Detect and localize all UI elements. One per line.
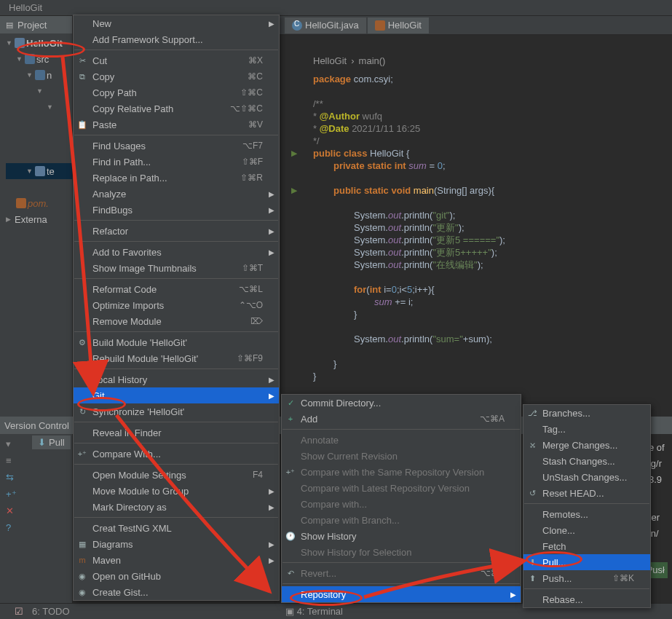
diagram-icon: ▦ xyxy=(76,538,88,550)
expand-icon[interactable]: ⇆ xyxy=(6,472,23,483)
menu-annotate[interactable]: Annotate xyxy=(282,432,521,448)
github-icon: ◉ xyxy=(76,586,88,598)
collapse-icon[interactable]: ≡ xyxy=(6,455,23,466)
menu-compare-with[interactable]: Compare with... xyxy=(282,496,521,512)
menu-maven[interactable]: mMaven▶ xyxy=(74,552,279,568)
context-menu-git: ✓Commit Directory... +Add⌥⌘A Annotate Sh… xyxy=(281,394,521,603)
tree-node[interactable]: ▼ xyxy=(6,99,72,115)
menu-build-module[interactable]: ⚙Build Module 'HelloGit' xyxy=(74,334,279,350)
menu-show-thumbnails[interactable]: Show Image Thumbnails⇧⌘T xyxy=(74,260,279,276)
sidebar-tab-project[interactable]: ▤ Project xyxy=(0,16,72,33)
menu-compare-latest[interactable]: Compare with Latest Repository Version xyxy=(282,480,521,496)
menu-tag[interactable]: Tag... xyxy=(523,421,650,437)
menu-local-history[interactable]: Local History▶ xyxy=(74,371,279,387)
menu-add-framework[interactable]: Add Framework Support... xyxy=(74,31,279,47)
diff-icon[interactable]: +⁺ xyxy=(6,489,23,500)
menu-copy[interactable]: ⧉Copy⌘C xyxy=(74,68,279,84)
editor-tab-2[interactable]: HelloGit xyxy=(368,17,429,33)
menu-open-github[interactable]: ◉Open on GitHub xyxy=(74,568,279,584)
tree-root[interactable]: ▼HelloGit xyxy=(6,35,72,51)
menu-reveal-finder[interactable]: Reveal in Finder xyxy=(74,425,279,441)
sidebar-tab-label: Project xyxy=(17,20,47,31)
push-icon: ⬆ xyxy=(526,572,538,584)
context-menu-main: New▶ Add Framework Support... ✂Cut⌘X ⧉Co… xyxy=(73,15,280,601)
menu-compare-same-repo[interactable]: +⁺Compare with the Same Repository Versi… xyxy=(282,464,521,480)
status-terminal[interactable]: Terminal xyxy=(307,606,343,617)
tree-node[interactable]: ▼ xyxy=(6,83,72,99)
filter-icon[interactable]: ▾ xyxy=(6,438,23,449)
cut-icon: ✂ xyxy=(76,55,88,66)
menu-branches[interactable]: ⎇Branches... xyxy=(523,405,650,421)
menu-fetch[interactable]: Fetch xyxy=(523,538,650,554)
nav-project[interactable]: HelloGit xyxy=(6,2,45,13)
menu-find-usages[interactable]: Find Usages⌥F7 xyxy=(74,138,279,154)
tree-node[interactable]: ▼n xyxy=(6,67,72,83)
gutter-run-icon[interactable]: ▶ xyxy=(291,184,297,197)
menu-replace-in-path[interactable]: Replace in Path...⇧⌘R xyxy=(74,170,279,186)
context-menu-repository: ⎇Branches... Tag... ⤩Merge Changes... St… xyxy=(523,404,651,608)
menu-module-settings[interactable]: Open Module SettingsF4 xyxy=(74,467,279,483)
menu-synchronize[interactable]: ↻Synchronize 'HelloGit' xyxy=(74,403,279,419)
menu-unstash[interactable]: UnStash Changes... xyxy=(523,469,650,485)
tree-src[interactable]: ▼src xyxy=(6,51,72,67)
menu-copy-path[interactable]: Copy Path⇧⌘C xyxy=(74,84,279,100)
menu-reformat[interactable]: Reformat Code⌥⌘L xyxy=(74,281,279,297)
menu-push[interactable]: ⬆Push...⇧⌘K xyxy=(523,570,650,586)
menu-paste[interactable]: 📋Paste⌘V xyxy=(74,117,279,133)
menu-reset-head[interactable]: ↺Reset HEAD... xyxy=(523,485,650,501)
status-todo[interactable]: 6: TODO xyxy=(32,606,70,617)
menu-rebase[interactable]: Rebase... xyxy=(523,591,650,607)
gutter-run-icon[interactable]: ▶ xyxy=(291,147,297,159)
history-icon: 🕐 xyxy=(285,530,296,542)
vc-toolbar: ▾ ≡ ⇆ +⁺ ✕ ? xyxy=(0,434,29,537)
menu-compare-with[interactable]: +⁺Compare With... xyxy=(74,446,279,462)
revert-icon: ↶ xyxy=(285,567,296,579)
menu-pull[interactable]: ⬇Pull... xyxy=(523,554,650,570)
menu-show-history[interactable]: 🕐Show History xyxy=(282,528,521,544)
add-icon: + xyxy=(285,413,296,425)
class-icon xyxy=(292,20,302,31)
menu-testng[interactable]: Creat TestNG XML xyxy=(74,520,279,536)
menu-merge[interactable]: ⤩Merge Changes... xyxy=(523,437,650,453)
close-icon[interactable]: ✕ xyxy=(6,505,23,516)
menu-add-favorites[interactable]: Add to Favorites▶ xyxy=(74,244,279,260)
menu-diagrams[interactable]: ▦Diagrams▶ xyxy=(74,536,279,552)
editor-tab-1[interactable]: HelloGit.java xyxy=(285,17,366,33)
reset-icon: ↺ xyxy=(526,487,538,499)
copy-icon: ⧉ xyxy=(76,71,88,82)
menu-create-gist[interactable]: ◉Create Gist... xyxy=(74,584,279,600)
build-icon: ⚙ xyxy=(76,336,88,348)
menu-git-add[interactable]: +Add⌥⌘A xyxy=(282,411,521,427)
menu-commit-dir[interactable]: ✓Commit Directory... xyxy=(282,395,521,411)
menu-analyze[interactable]: Analyze▶ xyxy=(74,186,279,202)
menu-git[interactable]: Git▶ xyxy=(74,387,279,403)
menu-revert[interactable]: ↶Revert...⌥⌘Z xyxy=(282,565,521,581)
menu-mark-directory[interactable]: Mark Directory as▶ xyxy=(74,499,279,515)
menu-rebuild-module[interactable]: Rebuild Module 'HelloGit'⇧⌘F9 xyxy=(74,350,279,366)
menu-stash[interactable]: Stash Changes... xyxy=(523,453,650,469)
tree-external[interactable]: ▶Externa xyxy=(6,211,72,227)
menu-refactor[interactable]: Refactor▶ xyxy=(74,223,279,239)
menu-cut[interactable]: ✂Cut⌘X xyxy=(74,52,279,68)
sync-icon: ↻ xyxy=(76,406,88,417)
tree-pom[interactable]: pom. xyxy=(6,195,72,211)
menu-show-current-rev[interactable]: Show Current Revision xyxy=(282,448,521,464)
menu-repository[interactable]: Repository▶ xyxy=(282,586,521,602)
menu-clone[interactable]: Clone... xyxy=(523,522,650,538)
menu-find-in-path[interactable]: Find in Path...⇧⌘F xyxy=(74,154,279,170)
merge-icon: ⤩ xyxy=(526,439,538,451)
vc-title: Version Control xyxy=(4,420,69,431)
menu-findbugs[interactable]: FindBugs▶ xyxy=(74,202,279,218)
vc-tab-pull[interactable]: ⬇Pull xyxy=(32,435,71,449)
menu-show-history-sel[interactable]: Show History for Selection xyxy=(282,544,521,560)
tree-node-selected[interactable]: ▼te xyxy=(6,163,72,179)
help-icon[interactable]: ? xyxy=(6,522,23,533)
menu-compare-branch[interactable]: Compare with Branch... xyxy=(282,512,521,528)
menu-remove-module[interactable]: Remove Module⌦ xyxy=(74,313,279,329)
menu-copy-relative-path[interactable]: Copy Relative Path⌥⇧⌘C xyxy=(74,100,279,117)
menu-new[interactable]: New▶ xyxy=(74,15,279,31)
branch-icon: ⎇ xyxy=(526,407,538,419)
menu-move-module[interactable]: Move Module to Group▶ xyxy=(74,483,279,499)
menu-optimize-imports[interactable]: Optimize Imports⌃⌥O xyxy=(74,297,279,313)
menu-remotes[interactable]: Remotes... xyxy=(523,506,650,522)
